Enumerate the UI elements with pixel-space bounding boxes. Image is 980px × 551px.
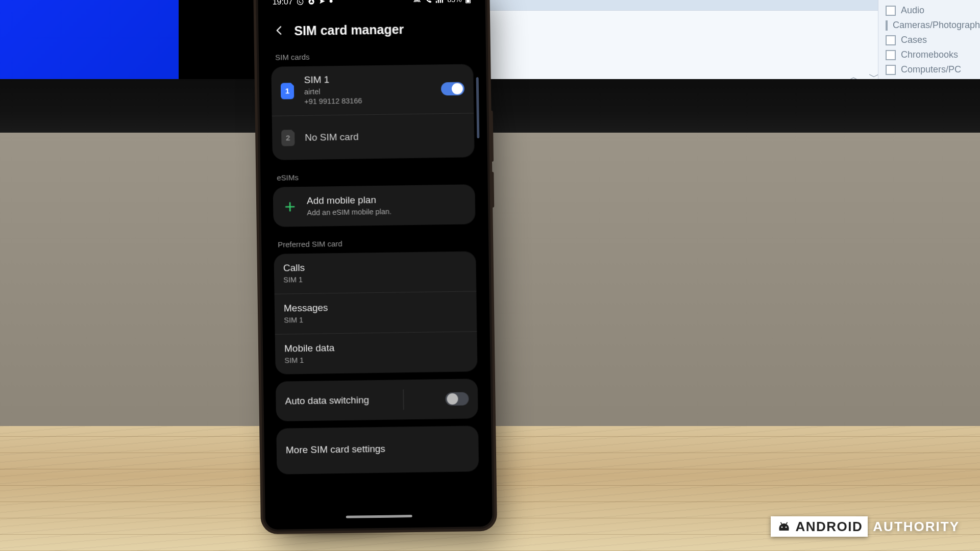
pref-value: SIM 1 <box>283 275 305 285</box>
svg-point-11 <box>781 527 783 528</box>
preferred-calls[interactable]: Calls SIM 1 <box>274 252 476 294</box>
esim-title: Add mobile plan <box>307 194 391 207</box>
svg-rect-5 <box>442 0 443 3</box>
battery-percent: 85% <box>447 0 461 4</box>
watermark-text-a: ANDROID <box>795 519 863 535</box>
divider <box>403 389 404 410</box>
whatsapp-icon <box>297 0 304 6</box>
back-icon[interactable] <box>274 24 285 38</box>
pref-value: SIM 1 <box>284 315 328 325</box>
preferred-sim-card: Calls SIM 1 Messages SIM 1 Mobile data S… <box>274 252 477 374</box>
android-head-icon <box>776 518 792 535</box>
pref-label: Messages <box>284 302 328 314</box>
background-monitor-blue <box>0 0 179 92</box>
pref-label: Mobile data <box>284 342 334 355</box>
sim-badge-icon: 2 <box>281 130 295 146</box>
auto-data-switching-card: Auto data switching <box>276 379 478 421</box>
sim-title: SIM 1 <box>304 73 362 86</box>
svg-rect-3 <box>438 0 439 3</box>
sim-carrier: airtel <box>304 86 362 97</box>
phone-power-button <box>491 172 494 208</box>
more-sim-settings[interactable]: More SIM card settings <box>276 425 479 474</box>
notification-icon <box>308 0 315 5</box>
add-mobile-plan[interactable]: Add mobile plan Add an eSIM mobile plan. <box>273 184 476 227</box>
watermark-text-b: AUTHORITY <box>873 519 960 535</box>
svg-rect-2 <box>436 1 437 3</box>
page-title: SIM card manager <box>294 22 404 38</box>
status-right: 85% <box>412 0 471 4</box>
esims-card: Add mobile plan Add an eSIM mobile plan. <box>273 184 476 227</box>
pref-label: Calls <box>283 262 305 274</box>
preferred-mobile-data[interactable]: Mobile data SIM 1 <box>275 331 478 374</box>
watermark-badge: ANDROID <box>771 516 868 537</box>
auto-data-switching[interactable]: Auto data switching <box>276 379 478 421</box>
svg-rect-4 <box>439 0 441 3</box>
volte-icon <box>412 0 421 4</box>
more-sim-settings-card: More SIM card settings <box>276 425 479 474</box>
more-settings-label: More SIM card settings <box>286 443 385 456</box>
sim1-toggle[interactable] <box>441 82 464 96</box>
phone-screen: 19:07 <box>265 0 485 522</box>
sidebar-check-item: Audio <box>878 3 980 18</box>
sidebar-check-item: Chromebooks <box>878 47 980 62</box>
more-notifications-icon <box>330 0 333 3</box>
sidebar-check-item: Cases <box>878 33 980 47</box>
sim-slot-1[interactable]: 1 SIM 1 airtel +91 99112 83166 <box>271 64 474 116</box>
auto-switch-label: Auto data switching <box>285 394 369 407</box>
sim-cards-card: 1 SIM 1 airtel +91 99112 83166 2 No SIM … <box>271 64 474 160</box>
svg-rect-7 <box>467 0 470 3</box>
pref-value: SIM 1 <box>284 355 334 366</box>
sim-badge-icon: 1 <box>281 83 294 99</box>
preferred-messages[interactable]: Messages SIM 1 <box>275 291 477 334</box>
esim-subtitle: Add an eSIM mobile plan. <box>307 207 391 218</box>
status-left: 19:07 <box>272 0 332 7</box>
sim-number: +91 99112 83166 <box>304 96 362 107</box>
send-icon <box>319 0 326 5</box>
signal-icon <box>435 0 444 3</box>
sidebar-check-item: Cameras/Photograph <box>878 18 980 33</box>
scroll-indicator <box>476 77 480 138</box>
photo-scene: article ︿ ﹀ ⋮ Audio Cameras/Photograph C… <box>0 0 980 551</box>
svg-point-12 <box>786 527 787 528</box>
battery-icon <box>465 0 471 4</box>
phone: 19:07 <box>258 0 493 530</box>
auto-switch-toggle[interactable] <box>445 392 469 406</box>
plus-icon <box>283 200 297 213</box>
page-header: SIM card manager <box>265 8 478 51</box>
watermark: ANDROID AUTHORITY <box>771 516 960 537</box>
gesture-nav-bar[interactable] <box>346 515 412 518</box>
sim-title: No SIM card <box>305 131 359 143</box>
call-icon <box>425 0 432 4</box>
sidebar-check-item: Computers/PC <box>878 62 980 77</box>
sim-slot-2[interactable]: 2 No SIM card <box>272 113 475 160</box>
status-time: 19:07 <box>272 0 292 7</box>
